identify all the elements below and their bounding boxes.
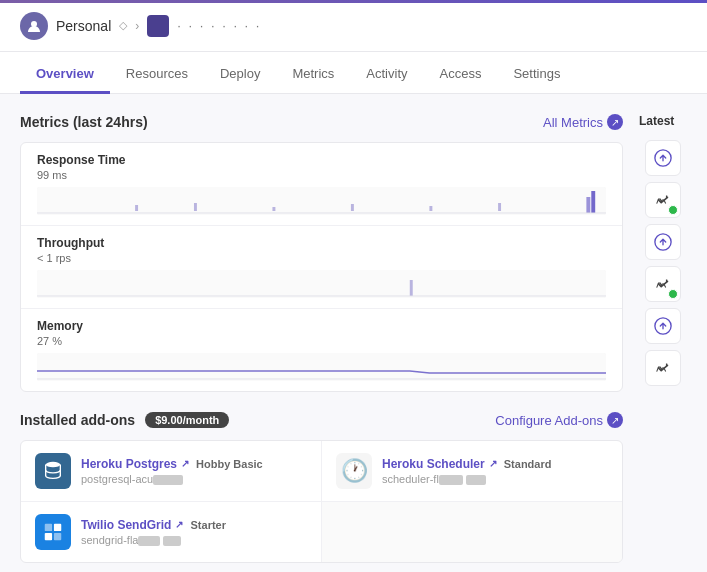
top-bar: Personal ◇ › · · · · · · · · — [0, 0, 707, 52]
tab-overview[interactable]: Overview — [20, 56, 110, 94]
postgres-ext-icon: ↗ — [181, 458, 189, 469]
configure-addons-link[interactable]: Configure Add-ons ↗ — [495, 412, 623, 428]
tab-access[interactable]: Access — [424, 56, 498, 94]
build-ok-btn-2[interactable] — [645, 266, 681, 302]
deploy-up-btn-1[interactable] — [645, 140, 681, 176]
latest-title: Latest — [639, 114, 674, 128]
throughput-label: Throughput — [37, 236, 606, 250]
right-panel: Latest — [639, 114, 687, 563]
svg-rect-7 — [498, 203, 501, 211]
build-ok-btn-1[interactable] — [645, 182, 681, 218]
svg-rect-5 — [351, 204, 354, 211]
scheduler-info: Heroku Scheduler ↗ Standard scheduler-fl — [382, 457, 608, 485]
org-avatar — [20, 12, 48, 40]
svg-point-16 — [46, 462, 61, 468]
svg-rect-12 — [410, 280, 413, 296]
memory-label: Memory — [37, 319, 606, 333]
postgres-icon — [35, 453, 71, 489]
left-panel: Metrics (last 24hrs) All Metrics ↗ Respo… — [20, 114, 623, 563]
svg-rect-1 — [37, 187, 606, 215]
svg-rect-18 — [54, 524, 61, 531]
sendgrid-ext-icon: ↗ — [175, 519, 183, 530]
memory-value: 27 % — [37, 335, 606, 347]
svg-rect-14 — [37, 353, 606, 381]
build-ok-badge-2 — [668, 289, 678, 299]
breadcrumb-arrow: › — [135, 19, 139, 33]
svg-rect-8 — [591, 191, 595, 213]
build-ok-badge-1 — [668, 205, 678, 215]
all-metrics-link[interactable]: All Metrics ↗ — [543, 114, 623, 130]
addon-row-1: Heroku Postgres ↗ Hobby Basic postgresql… — [21, 441, 622, 502]
svg-rect-4 — [272, 207, 275, 211]
throughput-value: < 1 rps — [37, 252, 606, 264]
addon-scheduler: 🕐 Heroku Scheduler ↗ Standard scheduler-… — [322, 441, 622, 501]
nav-tabs: Overview Resources Deploy Metrics Activi… — [0, 52, 707, 94]
postgres-id: postgresql-acu — [81, 473, 307, 485]
app-name: · · · · · · · · — [177, 18, 261, 33]
throughput-chart — [37, 270, 606, 298]
tab-settings[interactable]: Settings — [497, 56, 576, 94]
tab-activity[interactable]: Activity — [350, 56, 423, 94]
response-time-label: Response Time — [37, 153, 606, 167]
scheduler-plan: Standard — [501, 458, 552, 470]
svg-rect-19 — [45, 533, 52, 540]
price-badge: $9.00/month — [145, 412, 229, 428]
svg-rect-20 — [54, 533, 61, 540]
app-icon — [147, 15, 169, 37]
main-content: Metrics (last 24hrs) All Metrics ↗ Respo… — [0, 94, 707, 572]
org-chevron-icon[interactable]: ◇ — [119, 19, 127, 32]
addon-postgres: Heroku Postgres ↗ Hobby Basic postgresql… — [21, 441, 322, 501]
svg-rect-6 — [429, 206, 432, 211]
metrics-card: Response Time 99 ms — [20, 142, 623, 392]
sendgrid-icon — [35, 514, 71, 550]
scheduler-ext-icon: ↗ — [489, 458, 497, 469]
metrics-title: Metrics (last 24hrs) — [20, 114, 148, 130]
tab-deploy[interactable]: Deploy — [204, 56, 276, 94]
postgres-name[interactable]: Heroku Postgres ↗ Hobby Basic — [81, 457, 307, 471]
scheduler-icon: 🕐 — [336, 453, 372, 489]
memory-chart — [37, 353, 606, 381]
svg-rect-2 — [135, 205, 138, 211]
addons-card: Heroku Postgres ↗ Hobby Basic postgresql… — [20, 440, 623, 563]
response-time-row: Response Time 99 ms — [21, 143, 622, 226]
response-time-chart — [37, 187, 606, 215]
deploy-up-btn-2[interactable] — [645, 224, 681, 260]
response-time-value: 99 ms — [37, 169, 606, 181]
sendgrid-info: Twilio SendGrid ↗ Starter sendgrid-fla — [81, 518, 307, 546]
addons-header: Installed add-ons $9.00/month Configure … — [20, 412, 623, 428]
scheduler-id: scheduler-fl — [382, 473, 608, 485]
svg-rect-3 — [194, 203, 197, 211]
metrics-header: Metrics (last 24hrs) All Metrics ↗ — [20, 114, 623, 130]
external-link-icon: ↗ — [607, 114, 623, 130]
addons-title: Installed add-ons $9.00/month — [20, 412, 229, 428]
configure-link-icon: ↗ — [607, 412, 623, 428]
throughput-row: Throughput < 1 rps — [21, 226, 622, 309]
sendgrid-name[interactable]: Twilio SendGrid ↗ Starter — [81, 518, 307, 532]
addon-empty — [322, 502, 622, 562]
tab-metrics[interactable]: Metrics — [276, 56, 350, 94]
tab-resources[interactable]: Resources — [110, 56, 204, 94]
svg-rect-9 — [586, 197, 590, 213]
org-name[interactable]: Personal — [56, 18, 111, 34]
postgres-plan: Hobby Basic — [193, 458, 263, 470]
addon-row-2: Twilio SendGrid ↗ Starter sendgrid-fla — [21, 502, 622, 562]
svg-rect-17 — [45, 524, 52, 531]
scheduler-name[interactable]: Heroku Scheduler ↗ Standard — [382, 457, 608, 471]
sendgrid-plan: Starter — [187, 519, 226, 531]
memory-row: Memory 27 % — [21, 309, 622, 391]
svg-rect-11 — [37, 270, 606, 298]
sendgrid-id: sendgrid-fla — [81, 534, 307, 546]
addon-sendgrid: Twilio SendGrid ↗ Starter sendgrid-fla — [21, 502, 322, 562]
postgres-info: Heroku Postgres ↗ Hobby Basic postgresql… — [81, 457, 307, 485]
build-warn-btn[interactable] — [645, 350, 681, 386]
deploy-up-btn-3[interactable] — [645, 308, 681, 344]
